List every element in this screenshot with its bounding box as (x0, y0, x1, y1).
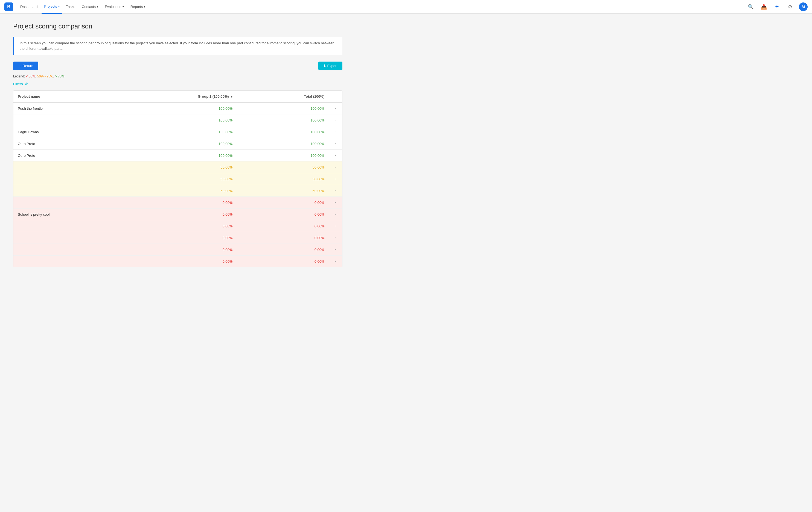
row-actions-menu[interactable]: ··· (329, 185, 342, 197)
row-actions-menu[interactable]: ··· (329, 209, 342, 220)
main-content: Project scoring comparison In this scree… (0, 14, 355, 276)
row-total-score: 50,00% (237, 173, 329, 185)
filters-refresh-icon[interactable]: ⟳ (25, 82, 28, 86)
row-total-score: 0,00% (237, 220, 329, 232)
row-total-score: 100,00% (237, 126, 329, 138)
contacts-dropdown-arrow: ▾ (97, 5, 98, 8)
table-row: Eagle Downs 100,00% 100,00% ··· (13, 126, 342, 138)
row-total-score: 0,00% (237, 244, 329, 255)
row-name (13, 197, 101, 209)
row-total-score: 100,00% (237, 114, 329, 126)
reports-dropdown-arrow: ▾ (144, 5, 145, 8)
row-group-score: 0,00% (101, 244, 237, 255)
row-actions-menu[interactable]: ··· (329, 114, 342, 126)
row-group-score: 50,00% (101, 173, 237, 185)
row-group-score: 0,00% (101, 232, 237, 244)
legend: Legend: < 50%, 50% - 75%, > 75% (13, 75, 342, 78)
inbox-icon[interactable]: 📥 (759, 2, 768, 11)
row-group-score: 0,00% (101, 220, 237, 232)
row-group-score: 50,00% (101, 161, 237, 173)
row-total-score: 0,00% (237, 197, 329, 209)
row-actions-menu[interactable]: ··· (329, 173, 342, 185)
filters-label[interactable]: Filters (13, 82, 23, 86)
col-header-name: Project name (13, 90, 101, 103)
table-row: Ouro Preto 100,00% 100,00% ··· (13, 150, 342, 161)
row-actions-menu[interactable]: ··· (329, 220, 342, 232)
row-name: School is pretty cool (13, 209, 101, 220)
nav-projects[interactable]: Projects ▾ (41, 0, 62, 14)
toolbar: ← Return ⬇ Export (13, 61, 342, 70)
row-actions-menu[interactable]: ··· (329, 138, 342, 150)
add-icon[interactable]: + (773, 2, 781, 11)
row-actions-menu[interactable]: ··· (329, 126, 342, 138)
row-name (13, 161, 101, 173)
row-actions-menu[interactable]: ··· (329, 103, 342, 114)
return-button[interactable]: ← Return (13, 61, 38, 70)
search-icon[interactable]: 🔍 (746, 2, 755, 11)
settings-icon[interactable]: ⚙ (786, 2, 794, 11)
table-row: 50,00% 50,00% ··· (13, 185, 342, 197)
app-logo[interactable]: B (4, 2, 13, 11)
row-actions-menu[interactable]: ··· (329, 255, 342, 267)
row-name: Eagle Downs (13, 126, 101, 138)
row-actions-menu[interactable]: ··· (329, 161, 342, 173)
row-actions-menu[interactable]: ··· (329, 244, 342, 255)
row-group-score: 100,00% (101, 150, 237, 161)
nav-contacts[interactable]: Contacts ▾ (79, 0, 101, 14)
export-button[interactable]: ⬇ Export (318, 61, 342, 70)
row-total-score: 100,00% (237, 138, 329, 150)
row-total-score: 50,00% (237, 161, 329, 173)
row-total-score: 100,00% (237, 150, 329, 161)
row-actions-menu[interactable]: ··· (329, 150, 342, 161)
scores-table: Project name Group 1 (100,00%) ▾ Total (… (13, 90, 342, 267)
row-name: Ouro Preto (13, 150, 101, 161)
row-name (13, 244, 101, 255)
col-header-actions (329, 90, 342, 103)
row-group-score: 50,00% (101, 185, 237, 197)
filters-row: Filters ⟳ (13, 82, 342, 86)
row-actions-menu[interactable]: ··· (329, 232, 342, 244)
table-row: Push the frontier 100,00% 100,00% ··· (13, 103, 342, 114)
navbar: B Dashboard Projects ▾ Tasks Contacts ▾ … (0, 0, 812, 14)
row-name: Ouro Preto (13, 138, 101, 150)
row-name (13, 173, 101, 185)
col-header-group[interactable]: Group 1 (100,00%) ▾ (101, 90, 237, 103)
table-row: Ouro Preto 100,00% 100,00% ··· (13, 138, 342, 150)
table-row: 0,00% 0,00% ··· (13, 197, 342, 209)
row-group-score: 100,00% (101, 114, 237, 126)
nav-dashboard[interactable]: Dashboard (18, 0, 40, 14)
nav-icons: 🔍 📥 + ⚙ M (746, 2, 808, 11)
row-group-score: 0,00% (101, 197, 237, 209)
row-name (13, 255, 101, 267)
nav-reports[interactable]: Reports ▾ (128, 0, 148, 14)
table-row: School is pretty cool 0,00% 0,00% ··· (13, 209, 342, 220)
row-total-score: 0,00% (237, 209, 329, 220)
evaluation-dropdown-arrow: ▾ (122, 5, 124, 8)
info-box: In this screen you can compare the scori… (13, 37, 342, 55)
row-total-score: 0,00% (237, 232, 329, 244)
row-total-score: 0,00% (237, 255, 329, 267)
table-row: 0,00% 0,00% ··· (13, 244, 342, 255)
row-group-score: 0,00% (101, 209, 237, 220)
row-group-score: 100,00% (101, 103, 237, 114)
projects-dropdown-arrow: ▾ (58, 5, 60, 8)
row-name (13, 232, 101, 244)
table-row: 0,00% 0,00% ··· (13, 220, 342, 232)
row-name (13, 220, 101, 232)
row-name (13, 114, 101, 126)
row-group-score: 0,00% (101, 255, 237, 267)
col-group-sort-arrow: ▾ (231, 95, 232, 98)
legend-low: < 50% (26, 75, 35, 78)
page-title: Project scoring comparison (13, 22, 342, 30)
row-group-score: 100,00% (101, 126, 237, 138)
table-row: 50,00% 50,00% ··· (13, 161, 342, 173)
avatar[interactable]: M (799, 2, 808, 11)
row-actions-menu[interactable]: ··· (329, 197, 342, 209)
row-name: Push the frontier (13, 103, 101, 114)
col-header-total: Total (100%) (237, 90, 329, 103)
nav-tasks[interactable]: Tasks (63, 0, 78, 14)
table-row: 100,00% 100,00% ··· (13, 114, 342, 126)
nav-evaluation[interactable]: Evaluation ▾ (102, 0, 127, 14)
table-header-row: Project name Group 1 (100,00%) ▾ Total (… (13, 90, 342, 103)
row-group-score: 100,00% (101, 138, 237, 150)
